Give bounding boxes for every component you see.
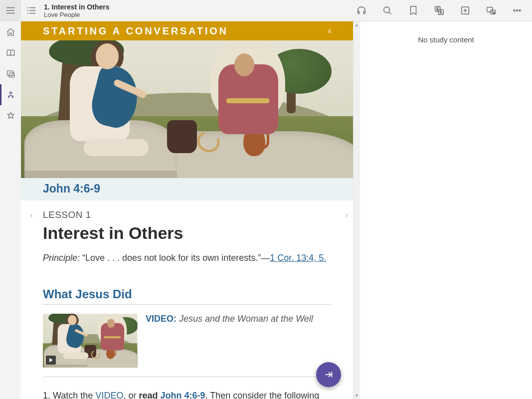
video-row: VIDEO: Jesus and the Woman at the Well [43,314,331,377]
svg-point-20 [517,10,518,11]
scroll-track[interactable] [354,28,360,392]
banner-page-number: 4 [328,28,331,35]
svg-point-7 [27,12,28,13]
video-name: Jesus and the Woman at the Well [177,314,313,324]
scripture-reference-bar: John 4:6-9 [21,178,353,200]
study-empty-message: No study content [360,35,532,44]
video-title: VIDEO: Jesus and the Woman at the Well [146,314,313,368]
search-button[interactable] [374,0,400,21]
principle-label: Principle: [43,253,80,263]
principle-paragraph: Principle: “Love . . . does not look for… [43,252,331,264]
nav-ministry[interactable] [0,84,21,105]
section-heading: What Jesus Did [43,287,331,305]
svg-point-5 [27,10,28,11]
video-thumbnail[interactable] [43,314,138,368]
nav-donate[interactable] [0,105,21,126]
scroll-down-arrow[interactable]: ▼ [354,392,360,399]
document-column: STARTING A CONVERSATION 4 [21,21,353,399]
vertical-scrollbar[interactable]: ▲ ▼ [353,21,360,399]
scripture-reference-link[interactable]: John 4:6-9 [43,182,100,195]
principle-scripture-link[interactable]: 1 Cor. 13:4, 5. [270,253,326,263]
banner-title: STARTING A CONVERSATION [43,25,228,37]
lesson-kicker: LESSON 1 [43,209,331,220]
svg-point-9 [384,7,390,13]
document-subtitle: Love People [44,11,109,18]
svg-line-10 [389,12,391,14]
toggle-study-pane-fab[interactable] [316,362,341,387]
svg-point-3 [27,7,28,8]
scroll-up-arrow[interactable]: ▲ [354,21,360,28]
svg-point-19 [514,10,515,11]
video-label: VIDEO: [146,314,177,324]
document-title: 1. Interest in Others [44,3,109,11]
audio-button[interactable] [349,0,374,21]
more-options-button[interactable] [504,0,530,21]
hero-illustration [21,40,353,178]
hamburger-menu-button[interactable] [0,0,21,21]
next-chevron[interactable]: › [345,210,348,220]
article-body: LESSON 1 Interest in Others Principle: “… [21,200,353,399]
share-button[interactable] [478,0,504,21]
svg-rect-23 [7,71,13,76]
document-title-block: 1. Interest in Others Love People [44,3,109,18]
language-button[interactable] [426,0,452,21]
scripture-inline-link[interactable]: John 4:6-9 [160,391,205,399]
toc-list-button[interactable] [21,0,42,21]
bookmark-button[interactable] [400,0,426,21]
prev-chevron[interactable]: ‹ [30,210,33,220]
nav-home[interactable] [0,21,21,42]
article-heading: Interest in Others [43,223,331,243]
side-nav [0,21,21,399]
question-paragraph: 1. Watch the VIDEO, or read John 4:6-9. … [43,389,331,399]
svg-rect-16 [487,7,493,12]
top-bar: 1. Interest in Others Love People [0,0,532,21]
svg-point-25 [9,92,11,94]
nav-bible[interactable] [0,42,21,63]
play-icon [46,356,56,365]
section-banner: STARTING A CONVERSATION 4 [21,21,353,40]
nav-media[interactable] [0,63,21,84]
svg-point-21 [519,10,521,11]
video-inline-link[interactable]: VIDEO [95,391,123,399]
add-note-button[interactable] [452,0,478,21]
study-pane: No study content [360,21,532,399]
principle-quote: “Love . . . does not look for its own in… [80,253,270,263]
